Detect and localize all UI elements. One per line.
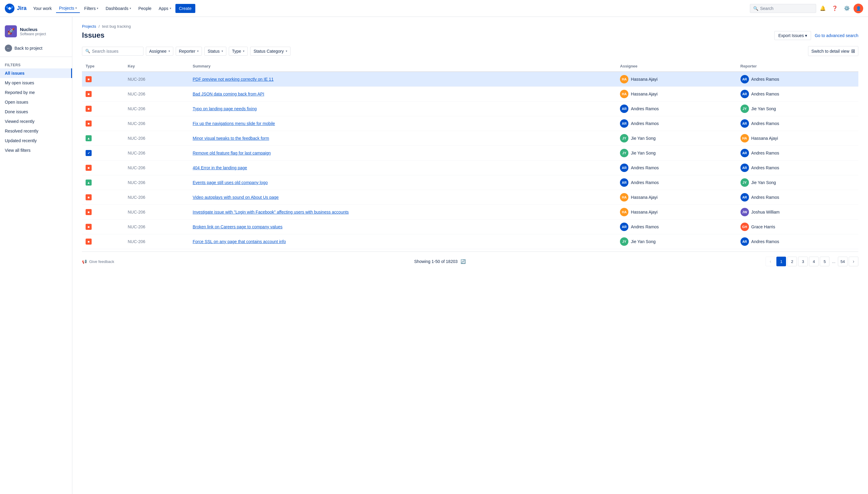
table-row[interactable]: ■NUC-206Force SSL on any page that conta… [82,234,858,249]
reporter-name: Joshua William [751,210,780,214]
pagination-page-5[interactable]: 5 [820,256,829,266]
status-category-chevron-icon: ▾ [286,50,287,53]
status-filter[interactable]: Status ▾ [204,47,226,56]
dashboards-nav[interactable]: Dashboards ▾ [103,4,134,13]
pagination-page-4[interactable]: 4 [809,256,818,266]
table-row[interactable]: ✓NUC-206Remove old feature flag for last… [82,146,858,160]
issue-summary-link[interactable]: Minor visual tweaks to the feedback form [192,136,269,141]
sidebar: 🚀 Nucleus Software project ← Back to pro… [0,17,72,494]
pagination-page-2[interactable]: 2 [787,256,797,266]
status-category-filter[interactable]: Status Category ▾ [250,47,290,56]
issue-summary-link[interactable]: Video autoplays with sound on About Us p… [192,195,278,200]
reporter-filter[interactable]: Reporter ▾ [176,47,202,56]
projects-nav[interactable]: Projects ▾ [56,4,80,13]
type-filter[interactable]: Type ▾ [229,47,248,56]
issue-summary-link[interactable]: Force SSL on any page that contains acco… [192,239,286,244]
page-header: Issues Export Issues ▾ Go to advanced se… [82,31,858,40]
table-row[interactable]: ■NUC-206Typo on landing page needs fixin… [82,101,858,116]
table-row[interactable]: ▲NUC-206Minor visual tweaks to the feedb… [82,131,858,146]
issue-summary-link[interactable]: Bad JSON data coming back from API [192,92,264,96]
table-row[interactable]: ▲NUC-206Events page still uses old compa… [82,175,858,190]
assignee-cell: HAHassana Ajayi [620,75,733,83]
pagination-page-54[interactable]: 54 [838,256,848,266]
issue-type-icon: ▲ [86,135,92,141]
advanced-search-link[interactable]: Go to advanced search [815,33,858,38]
col-summary: Summary [189,61,616,72]
pagination-next[interactable]: › [849,256,858,266]
reporter-avatar: HA [740,134,749,142]
issue-summary-link[interactable]: PDF preview not working correctly on IE … [192,77,273,82]
filters-nav[interactable]: Filters ▾ [81,4,101,13]
notifications-button[interactable]: 🔔 [817,3,828,14]
feedback-button[interactable]: 📢 Give feedback [82,259,114,264]
pagination-page-1[interactable]: 1 [776,256,786,266]
sidebar-project-info: Nucleus Software project [20,27,46,36]
export-issues-button[interactable]: Export Issues ▾ [774,31,811,40]
search-issues-wrap[interactable]: 🔍 [82,47,144,56]
breadcrumb-separator: / [98,24,100,28]
reporter-avatar: AR [740,90,749,98]
sidebar-item-viewed-recently[interactable]: Viewed recently [0,117,72,126]
table-row[interactable]: ■NUC-206Bad JSON data coming back from A… [82,87,858,101]
reporter-avatar: JW [740,208,749,216]
user-avatar[interactable]: 👤 [853,4,863,13]
create-button[interactable]: Create [176,4,195,13]
sidebar-item-view-all-filters[interactable]: View all filters [0,146,72,155]
assignee-cell: ARAndres Ramos [620,104,733,113]
table-row[interactable]: ■NUC-206PDF preview not working correctl… [82,72,858,87]
issue-summary-link[interactable]: Typo on landing page needs fixing [192,106,257,111]
reporter-name: Jie Yan Song [751,106,776,111]
breadcrumb-projects-link[interactable]: Projects [82,24,96,28]
refresh-icon[interactable]: 🔄 [461,259,466,264]
pagination-page-3[interactable]: 3 [798,256,808,266]
table-row[interactable]: ■NUC-206Broken link on Careers page to c… [82,220,858,234]
table-row[interactable]: ■NUC-206Video autoplays with sound on Ab… [82,190,858,205]
your-work-nav[interactable]: Your work [30,4,55,13]
pagination-prev[interactable]: ‹ [765,256,775,266]
sidebar-item-reported-by-me[interactable]: Reported by me [0,88,72,97]
main-content: Projects / test bug tracking Issues Expo… [72,17,868,494]
assignee-avatar: JY [620,134,628,142]
switch-to-detail-view-button[interactable]: Switch to detail view ⊞ [808,46,858,56]
sidebar-item-resolved-recently[interactable]: Resolved recently [0,126,72,136]
issue-summary-link[interactable]: Remove old feature flag for last campaig… [192,151,271,155]
sidebar-item-done-issues[interactable]: Done issues [0,107,72,117]
issue-summary-link[interactable]: Events page still uses old company logo [192,180,267,185]
assignee-filter[interactable]: Assignee ▾ [146,47,173,56]
back-to-project-button[interactable]: ← Back to project [0,42,72,54]
page-title: Issues [82,31,105,39]
table-row[interactable]: ■NUC-206Fix up the navigations menu slid… [82,116,858,131]
search-issues-input[interactable] [92,49,140,54]
search-input[interactable] [760,6,808,11]
reporter-cell: ARAndres Ramos [740,149,855,157]
reporter-chevron-icon: ▾ [197,50,199,53]
apps-nav[interactable]: Apps ▾ [156,4,174,13]
issue-summary-link[interactable]: 404 Error in the landing page [192,165,247,170]
issue-summary-link[interactable]: Investigate issue with "Login with Faceb… [192,210,349,214]
jira-logo[interactable]: Jira [5,4,26,13]
topnav: Jira Your work Projects ▾ Filters ▾ Dash… [0,0,868,17]
issue-summary-link[interactable]: Fix up the navigations menu slide for mo… [192,121,275,126]
assignee-avatar: AR [620,223,628,231]
assignee-name: Andres Ramos [631,121,659,126]
search-icon: 🔍 [753,6,758,11]
issue-key: NUC-206 [124,220,189,234]
sidebar-item-open-issues[interactable]: Open issues [0,97,72,107]
issue-summary-link[interactable]: Broken link on Careers page to company v… [192,224,282,229]
help-button[interactable]: ❓ [829,3,840,14]
issue-type-icon: ■ [86,76,92,82]
sidebar-item-all-issues[interactable]: All issues [0,69,72,78]
table-row[interactable]: ■NUC-206Investigate issue with "Login wi… [82,205,858,220]
assignee-avatar: JY [620,238,628,246]
issue-type-icon: ■ [86,165,92,171]
assignee-name: Hassana Ajayi [631,92,658,96]
people-nav[interactable]: People [135,4,154,13]
table-row[interactable]: ■NUC-206404 Error in the landing pageARA… [82,160,858,175]
sidebar-item-my-open-issues[interactable]: My open issues [0,78,72,88]
settings-button[interactable]: ⚙️ [842,3,852,14]
sidebar-item-updated-recently[interactable]: Updated recently [0,136,72,146]
assignee-name: Hassana Ajayi [631,77,658,82]
assignee-cell: HAHassana Ajayi [620,208,733,216]
global-search[interactable]: 🔍 [750,4,816,13]
assignee-name: Hassana Ajayi [631,195,658,200]
